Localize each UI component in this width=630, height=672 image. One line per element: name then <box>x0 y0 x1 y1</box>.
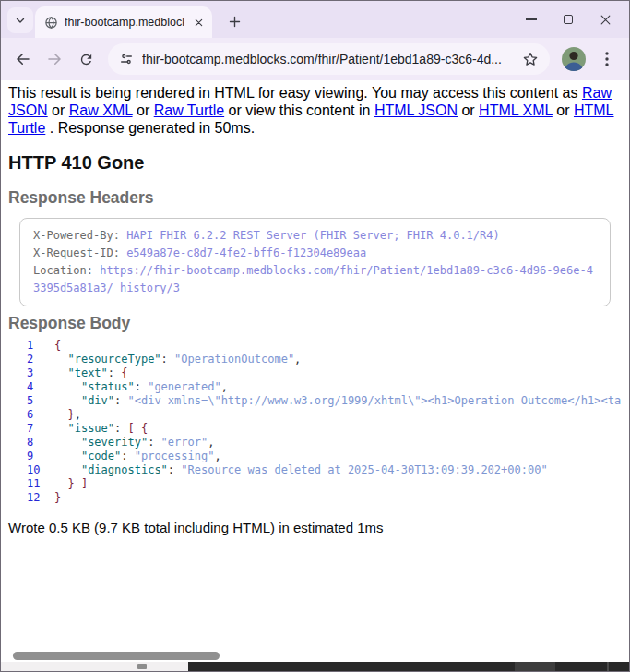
code-text: "diagnostics": "Resource was deleted at … <box>54 463 548 477</box>
forward-arrow-icon <box>46 51 63 67</box>
code-text: { <box>54 339 61 353</box>
browser-window: fhir-bootcamp.medblocks.com/ <box>0 0 630 672</box>
code-line: 11 } ] <box>8 477 622 491</box>
code-text: } <box>54 491 61 505</box>
tab-close-icon[interactable] <box>190 14 207 30</box>
intro-link[interactable]: Raw XML <box>69 102 133 118</box>
footer-note: Wrote 0.5 KB (9.7 KB total including HTM… <box>8 520 622 535</box>
intro-text: or <box>133 102 154 118</box>
response-headers-box: X-Powered-By: HAPI FHIR 6.2.2 REST Serve… <box>19 218 611 306</box>
code-text: }, <box>54 408 81 422</box>
intro-text: or <box>458 102 479 118</box>
response-header-row: X-Request-ID: e549a87e-c8d7-4fe2-bff6-f1… <box>33 245 597 262</box>
reload-button[interactable] <box>71 44 101 74</box>
active-tab[interactable]: fhir-bootcamp.medblocks.com/ <box>35 6 212 38</box>
profile-avatar[interactable] <box>562 47 586 71</box>
code-line: 4 "status": "generated", <box>8 380 622 394</box>
forward-button[interactable] <box>40 44 69 74</box>
code-text: "severity": "error", <box>54 436 214 450</box>
line-number: 3 <box>27 366 54 380</box>
maximize-button[interactable] <box>550 5 587 34</box>
line-number: 10 <box>27 463 54 477</box>
response-header-row: Location: https://fhir-bootcamp.medblock… <box>33 262 597 297</box>
code-text: "resourceType": "OperationOutcome", <box>54 353 301 366</box>
taskbar-dark-segment <box>188 662 629 671</box>
taskbar-strip <box>1 662 629 671</box>
header-name: Location: <box>33 264 93 277</box>
intro-paragraph: This result is being rendered in HTML fo… <box>8 84 622 137</box>
line-number: 2 <box>27 353 54 366</box>
header-name: X-Powered-By: <box>33 229 120 242</box>
close-icon <box>600 14 612 26</box>
code-line: 8 "severity": "error", <box>8 436 622 450</box>
code-text: "status": "generated", <box>54 380 228 394</box>
header-value: https://fhir-bootcamp.medblocks.com/fhir… <box>33 264 593 294</box>
response-header-row: X-Powered-By: HAPI FHIR 6.2.2 REST Serve… <box>33 227 597 245</box>
code-line: 10 "diagnostics": "Resource was deleted … <box>8 463 622 477</box>
intro-text: This result is being rendered in HTML fo… <box>8 85 582 101</box>
taskbar-divider <box>607 662 609 671</box>
line-number: 5 <box>27 394 54 408</box>
minimize-icon <box>526 18 537 20</box>
code-line: 9 "code": "processing", <box>8 450 622 463</box>
line-number: 11 <box>27 477 54 491</box>
code-text: "div": "<div xmlns=\"http://www.w3.org/1… <box>54 394 621 408</box>
reload-icon <box>78 52 94 67</box>
tab-title: fhir-bootcamp.medblocks.com/ <box>65 16 184 29</box>
horizontal-scrollbar[interactable] <box>1 650 629 662</box>
page-content: This result is being rendered in HTML fo… <box>1 80 629 662</box>
code-line: 2 "resourceType": "OperationOutcome", <box>8 353 622 366</box>
response-body-code: 1{2 "resourceType": "OperationOutcome",3… <box>8 339 622 505</box>
tab-search-button[interactable] <box>7 7 33 33</box>
close-button[interactable] <box>587 5 624 34</box>
code-line: 3 "text": { <box>8 366 622 380</box>
intro-text: or <box>553 102 574 118</box>
line-number: 4 <box>27 380 54 394</box>
intro-text: or view this content in <box>224 102 374 118</box>
intro-text: or <box>48 102 69 118</box>
back-button[interactable] <box>8 44 38 74</box>
maximize-icon <box>564 15 573 24</box>
intro-link[interactable]: HTML XML <box>479 102 553 118</box>
code-line: 1{ <box>8 339 622 353</box>
scrollbar-thumb[interactable] <box>13 652 220 660</box>
line-number: 1 <box>27 339 54 353</box>
header-value: HAPI FHIR 6.2.2 REST Server (FHIR Server… <box>120 229 500 242</box>
code-text: "text": { <box>54 366 128 380</box>
chevron-down-icon <box>14 14 27 27</box>
bookmark-star-icon[interactable] <box>522 51 539 67</box>
code-line: 6 }, <box>8 408 622 422</box>
taskbar-light-segment <box>1 662 188 671</box>
header-name: X-Request-ID: <box>33 246 120 259</box>
back-arrow-icon <box>15 51 31 67</box>
intro-link[interactable]: Raw Turtle <box>154 102 224 118</box>
code-text: "issue": [ { <box>54 422 148 436</box>
line-number: 9 <box>27 450 54 463</box>
line-number: 7 <box>27 422 54 436</box>
url-bar[interactable]: fhir-bootcamp.medblocks.com/fhir/Patient… <box>108 43 550 75</box>
intro-text: . Response generated in 50ms. <box>45 120 255 136</box>
site-settings-icon[interactable] <box>119 52 134 66</box>
minimize-button[interactable] <box>513 5 550 34</box>
line-number: 6 <box>27 408 54 422</box>
taskbar-window-sliver <box>515 662 555 671</box>
taskbar-app-icon <box>137 664 147 669</box>
menu-dots-icon[interactable] <box>592 44 622 74</box>
intro-link[interactable]: HTML JSON <box>374 102 458 118</box>
response-body-heading: Response Body <box>8 314 622 333</box>
status-heading: HTTP 410 Gone <box>8 152 622 174</box>
tab-strip: fhir-bootcamp.medblocks.com/ <box>1 1 629 38</box>
code-line: 7 "issue": [ { <box>8 422 622 436</box>
line-number: 8 <box>27 436 54 450</box>
code-text: "code": "processing", <box>54 450 221 463</box>
url-text[interactable]: fhir-bootcamp.medblocks.com/fhir/Patient… <box>142 52 514 66</box>
window-controls <box>513 5 624 34</box>
globe-icon <box>44 16 58 30</box>
response-headers-heading: Response Headers <box>8 188 622 208</box>
new-tab-button[interactable] <box>221 8 247 34</box>
plus-icon <box>228 15 242 29</box>
line-number: 12 <box>27 491 54 505</box>
code-line: 5 "div": "<div xmlns=\"http://www.w3.org… <box>8 394 622 408</box>
header-value: e549a87e-c8d7-4fe2-bff6-f12304e89eaa <box>120 246 366 259</box>
code-text: } ] <box>54 477 88 491</box>
